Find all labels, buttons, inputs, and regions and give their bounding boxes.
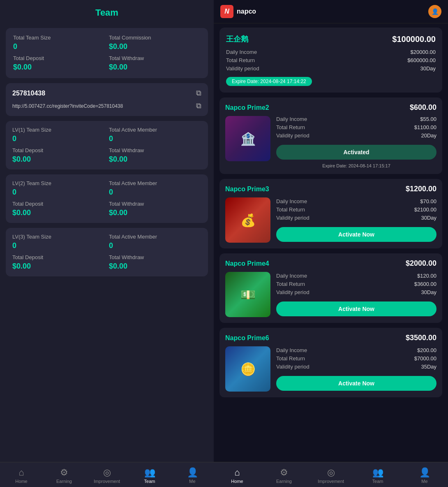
- product-price-prime2: $600.00: [410, 103, 436, 112]
- left-nav-home[interactable]: ⌂ Home: [0, 466, 43, 485]
- right-improvement-label: Improvement: [318, 479, 344, 484]
- product-image-prime4: 💵: [225, 272, 270, 317]
- detail-return-prime3: Total Return $2100.00: [276, 206, 436, 213]
- return-value-prime6: $7000.00: [414, 355, 436, 362]
- right-scroll: 王企鹅 $100000.00 Daily Income $20000.00 To…: [214, 23, 448, 462]
- daily-label-prime2: Daily Income: [276, 116, 307, 122]
- product-info-prime3: Daily Income $70.00 Total Return $2100.0…: [276, 197, 436, 243]
- product-title-prime2: Napco Prime2: [225, 104, 269, 111]
- lv2-deposit-value: $0.00: [12, 209, 31, 217]
- product-header-prime3: Napco Prime3 $1200.00: [225, 185, 436, 193]
- product-body-prime3: 💰 Daily Income $70.00 Total Return $2100…: [225, 197, 436, 243]
- detail-return-prime2: Total Return $1100.00: [276, 124, 436, 130]
- product-body-prime4: 💵 Daily Income $120.00 Total Return $360…: [225, 272, 436, 317]
- featured-daily-label: Daily Income: [226, 49, 257, 55]
- detail-validity-prime2: Validity period 20Day: [276, 132, 436, 139]
- right-nav-team[interactable]: 👥 Team: [354, 466, 401, 485]
- invite-card: 257810438 ⧉ http://5.007427.cc/register?…: [6, 83, 208, 116]
- lv2-team-size-value: 0: [12, 188, 16, 196]
- return-label-prime3: Total Return: [276, 206, 305, 213]
- product-image-prime6: 🪙: [225, 346, 270, 392]
- activate-button-prime6[interactable]: Activate Now: [276, 376, 436, 391]
- copy-code-button[interactable]: ⧉: [196, 89, 201, 97]
- product-card-prime4: Napco Prime4 $2000.00 💵 Daily Income $12…: [219, 253, 442, 323]
- return-value-prime4: $3600.00: [414, 281, 436, 287]
- lv3-active-value: 0: [109, 241, 113, 250]
- product-info-prime2: Daily Income $55.00 Total Return $1100.0…: [276, 116, 436, 168]
- left-team-icon: 👥: [144, 467, 155, 478]
- right-nav-earning[interactable]: ⚙ Earning: [261, 466, 307, 485]
- left-earning-label: Earning: [56, 479, 72, 484]
- products-container: Napco Prime2 $600.00 🏦 Daily Income $55.…: [219, 97, 442, 397]
- lv3-deposit-value: $0.00: [12, 262, 31, 270]
- product-image-prime2: 🏦: [225, 116, 270, 161]
- right-improvement-icon: ◎: [327, 467, 335, 478]
- detail-daily-prime3: Daily Income $70.00: [276, 198, 436, 204]
- left-bottom-nav: ⌂ Home ⚙ Earning ◎ Improvement 👥 Team 👤 …: [0, 462, 214, 487]
- lv2-withdraw-item: Total Withdraw $0.00: [109, 201, 201, 217]
- product-image-prime3: 💰: [225, 197, 270, 243]
- invite-code: 257810438: [12, 90, 45, 97]
- daily-label-prime3: Daily Income: [276, 198, 307, 204]
- lv3-team-size-value: 0: [12, 241, 16, 250]
- total-commission-item: Total Commission $0.00: [109, 35, 201, 51]
- total-deposit-item: Total Deposit $0.00: [13, 55, 105, 72]
- right-nav-improvement[interactable]: ◎ Improvement: [307, 466, 354, 485]
- left-home-label: Home: [15, 479, 27, 484]
- left-nav-improvement[interactable]: ◎ Improvement: [85, 466, 128, 485]
- right-nav-me[interactable]: 👤 Me: [401, 466, 448, 485]
- return-label-prime4: Total Return: [276, 281, 305, 287]
- right-header: N napco 👤: [214, 0, 448, 23]
- left-improvement-label: Improvement: [94, 479, 120, 484]
- detail-validity-prime4: Validity period 30Day: [276, 289, 436, 295]
- validity-value-prime6: 35Day: [421, 364, 436, 370]
- lv1-deposit-item: Total Deposit $0.00: [12, 147, 105, 164]
- total-team-size-label: Total Team Size: [13, 35, 105, 41]
- copy-url-button[interactable]: ⧉: [196, 102, 201, 110]
- daily-value-prime6: $200.00: [417, 347, 436, 353]
- lv1-deposit-value: $0.00: [12, 155, 31, 163]
- activate-button-prime3[interactable]: Activate Now: [276, 227, 436, 242]
- lv1-active-item: Total Active Member 0: [109, 127, 201, 143]
- lv3-team-size-item: LV(3) Team Size 0: [12, 234, 105, 250]
- left-home-icon: ⌂: [18, 467, 24, 478]
- product-card-prime6: Napco Prime6 $3500.00 🪙 Daily Income $20…: [219, 328, 442, 397]
- total-team-size-item: Total Team Size 0: [13, 35, 105, 51]
- lv2-withdraw-label: Total Withdraw: [109, 201, 201, 207]
- daily-label-prime6: Daily Income: [276, 347, 307, 353]
- featured-price: $100000.00: [392, 35, 436, 44]
- total-withdraw-item: Total Withdraw $0.00: [109, 55, 201, 72]
- left-nav-me[interactable]: 👤 Me: [171, 466, 214, 485]
- lv1-card: LV(1) Team Size 0 Total Active Member 0 …: [6, 121, 208, 169]
- right-team-label: Team: [372, 479, 383, 484]
- product-price-prime4: $2000.00: [406, 259, 436, 268]
- total-deposit-value: $0.00: [13, 63, 32, 71]
- invite-url: http://5.007427.cc/register?inviteCode=2…: [12, 103, 123, 109]
- activate-button-prime4[interactable]: Activate Now: [276, 301, 436, 316]
- product-price-prime3: $1200.00: [406, 185, 436, 193]
- lv1-active-value: 0: [109, 135, 113, 143]
- right-me-icon: 👤: [419, 467, 430, 478]
- left-header: Team: [0, 0, 214, 26]
- featured-card: 王企鹅 $100000.00 Daily Income $20000.00 To…: [219, 28, 442, 93]
- product-body-prime2: 🏦 Daily Income $55.00 Total Return $1100…: [225, 116, 436, 168]
- lv2-team-size-label: LV(2) Team Size: [12, 180, 105, 186]
- left-nav-team[interactable]: 👥 Team: [128, 466, 171, 485]
- lv1-deposit-label: Total Deposit: [12, 147, 105, 153]
- left-nav-earning[interactable]: ⚙ Earning: [43, 466, 85, 485]
- validity-value-prime4: 30Day: [421, 289, 436, 295]
- validity-label-prime6: Validity period: [276, 364, 309, 370]
- product-price-prime6: $3500.00: [406, 334, 436, 342]
- lv2-withdraw-value: $0.00: [109, 209, 127, 217]
- total-commission-value: $0.00: [109, 42, 127, 51]
- lv2-deposit-label: Total Deposit: [12, 201, 105, 207]
- product-img-bg-prime3: 💰: [225, 197, 270, 243]
- featured-return-label: Total Return: [226, 57, 255, 63]
- detail-daily-prime4: Daily Income $120.00: [276, 273, 436, 279]
- top-stats-card: Total Team Size 0 Total Commission $0.00…: [6, 28, 208, 78]
- right-nav-home[interactable]: ⌂ Home: [214, 466, 261, 485]
- brand-name: napco: [237, 8, 256, 15]
- lv1-team-size-value: 0: [12, 135, 16, 143]
- header-avatar[interactable]: 👤: [428, 5, 441, 18]
- lv2-active-item: Total Active Member 0: [109, 180, 201, 197]
